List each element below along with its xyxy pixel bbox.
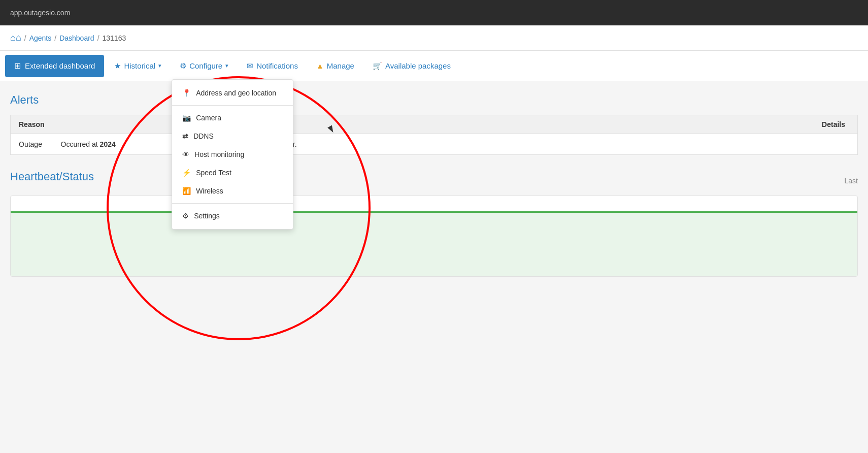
breadcrumb-sep3: /: [97, 34, 99, 42]
breadcrumb-sep1: /: [24, 34, 26, 42]
dropdown-divider-2: [172, 203, 293, 204]
breadcrumb-sep2: /: [54, 34, 56, 42]
table-row: Outage Occurred at 2024 with your Intern…: [11, 134, 858, 155]
dropdown-item-ddns[interactable]: ⇄ DDNS: [172, 127, 293, 145]
wireless-label: Wireless: [196, 187, 223, 195]
main-content: Alerts Reason Details Outage Occurred at…: [0, 81, 868, 289]
configure-dropdown-menu: 📍 Address and geo location 📷 Camera ⇄ DD…: [172, 79, 293, 230]
site-url: app.outagesio.com: [10, 9, 70, 17]
configure-gear-icon: ⚙: [180, 61, 186, 71]
ddns-label: DDNS: [193, 132, 214, 140]
col-reason: Reason: [11, 115, 53, 134]
dropdown-divider-1: [172, 105, 293, 106]
manage-label: Manage: [327, 61, 354, 70]
alerts-table: Reason Details Outage Occurred at 2024 w…: [10, 115, 858, 155]
nav-bar: ⊞ Extended dashboard ★ Historical ▾ ⚙ Co…: [0, 51, 868, 81]
top-bar: app.outagesio.com: [0, 0, 868, 25]
heartbeat-chart: [10, 196, 858, 277]
notifications-link[interactable]: ✉ Notifications: [239, 55, 306, 77]
host-monitoring-label: Host monitoring: [194, 150, 244, 158]
manage-icon: ▲: [316, 61, 324, 70]
configure-button[interactable]: ⚙ Configure ▾: [172, 55, 237, 77]
dropdown-item-settings[interactable]: ⚙ Settings: [172, 207, 293, 225]
grid-icon: ⊞: [14, 61, 21, 71]
configure-chevron-icon: ▾: [225, 62, 228, 69]
manage-link[interactable]: ▲ Manage: [308, 55, 362, 77]
eye-icon: 👁: [182, 150, 189, 158]
settings-icon: ⚙: [182, 212, 189, 220]
address-geo-label: Address and geo location: [196, 89, 276, 97]
heartbeat-section: Heartbeat/Status Last: [10, 170, 858, 277]
heartbeat-title: Heartbeat/Status: [10, 170, 94, 183]
heartbeat-header: Heartbeat/Status Last: [10, 170, 858, 191]
breadcrumb-agents[interactable]: Agents: [29, 34, 52, 42]
notifications-icon: ✉: [247, 61, 253, 71]
alert-reason: Outage: [11, 134, 53, 155]
historical-link[interactable]: ★ Historical ▾: [106, 55, 170, 77]
pin-icon: 📍: [182, 89, 191, 97]
settings-label: Settings: [194, 212, 220, 220]
dropdown-item-address[interactable]: 📍 Address and geo location: [172, 84, 293, 102]
camera-label: Camera: [196, 114, 221, 122]
notifications-label: Notifications: [256, 61, 298, 70]
camera-icon: 📷: [182, 114, 191, 122]
extended-dashboard-label: Extended dashboard: [25, 61, 95, 70]
bolt-icon: ⚡: [182, 169, 191, 177]
configure-label: Configure: [189, 61, 222, 70]
alert-detail-text: with your Internet provider.: [205, 134, 858, 155]
configure-dropdown: ⚙ Configure ▾ 📍 Address and geo location…: [172, 55, 237, 77]
dropdown-item-speed-test[interactable]: ⚡ Speed Test: [172, 164, 293, 182]
ddns-icon: ⇄: [182, 132, 188, 140]
breadcrumb: ⌂ / Agents / Dashboard / 131163: [0, 25, 868, 51]
star-icon: ★: [114, 61, 121, 71]
historical-chevron-icon: ▾: [158, 62, 161, 69]
extended-dashboard-button[interactable]: ⊞ Extended dashboard: [5, 55, 104, 77]
cart-icon: 🛒: [373, 61, 382, 71]
historical-label: Historical: [124, 61, 155, 70]
col-details-header: Details: [814, 115, 857, 134]
dropdown-item-camera[interactable]: 📷 Camera: [172, 109, 293, 127]
available-packages-link[interactable]: 🛒 Available packages: [364, 55, 459, 77]
alerts-section-title: Alerts: [10, 93, 858, 107]
chart-green-area: [11, 213, 857, 276]
breadcrumb-dashboard[interactable]: Dashboard: [59, 34, 94, 42]
breadcrumb-id: 131163: [103, 34, 126, 42]
dropdown-item-wireless[interactable]: 📶 Wireless: [172, 182, 293, 200]
speed-test-label: Speed Test: [196, 169, 231, 177]
home-icon[interactable]: ⌂: [10, 33, 21, 43]
last-label: Last: [845, 177, 858, 185]
wireless-icon: 📶: [182, 187, 191, 195]
available-packages-label: Available packages: [385, 61, 451, 70]
dropdown-item-host-monitoring[interactable]: 👁 Host monitoring: [172, 145, 293, 164]
col-details: [205, 115, 814, 134]
